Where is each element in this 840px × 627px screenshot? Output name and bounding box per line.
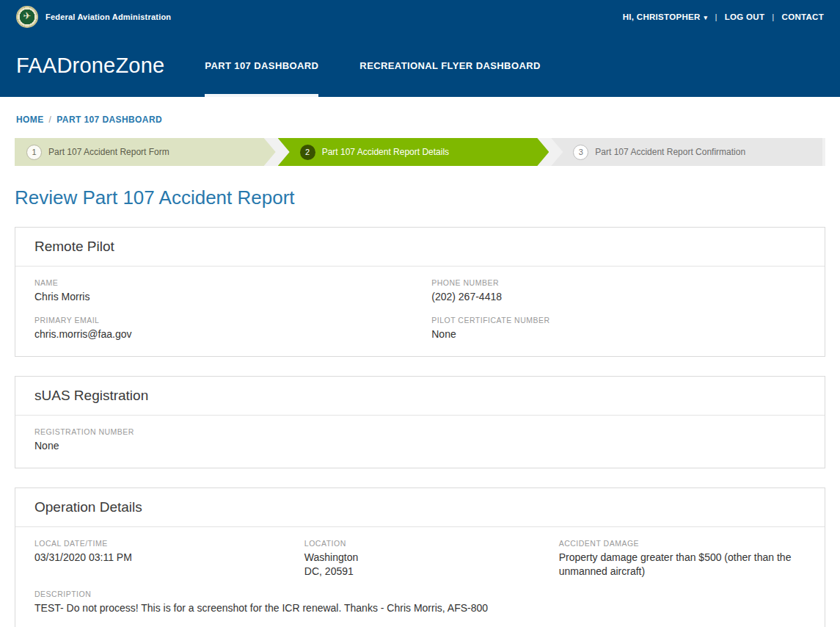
breadcrumb-home-link[interactable]: HOME bbox=[16, 115, 44, 125]
field-value: chris.morris@faa.gov bbox=[34, 327, 431, 341]
field-local-datetime: LOCAL DATE/TIME 03/31/2020 03:11 PM bbox=[34, 539, 304, 579]
field-label: PILOT CERTIFICATE NUMBER bbox=[431, 316, 806, 325]
field-location: LOCATION Washington DC, 20591 bbox=[304, 539, 559, 579]
active-tab-indicator bbox=[205, 94, 318, 97]
divider: | bbox=[772, 12, 774, 21]
field-label: PRIMARY EMAIL bbox=[34, 316, 431, 325]
user-greeting-label: HI, CHRISTOPHER bbox=[623, 12, 701, 21]
stepper-step-confirmation: 3 Part 107 Accident Report Confirmation bbox=[551, 138, 822, 166]
field-value: None bbox=[431, 327, 806, 341]
contact-link[interactable]: CONTACT bbox=[782, 12, 824, 21]
step-label: Part 107 Accident Report Details bbox=[322, 147, 449, 157]
brand-logo-text[interactable]: FAADroneZone bbox=[16, 54, 164, 78]
field-value: 03/31/2020 03:11 PM bbox=[34, 551, 304, 565]
step-number-badge: 2 bbox=[300, 145, 315, 160]
field-registration-number: REGISTRATION NUMBER None bbox=[34, 427, 806, 453]
field-value-line2: DC, 20591 bbox=[304, 565, 559, 579]
brand-bar: FAADroneZone PART 107 DASHBOARD RECREATI… bbox=[0, 34, 840, 97]
tab-part107-dashboard[interactable]: PART 107 DASHBOARD bbox=[205, 34, 318, 97]
step-number-badge: 3 bbox=[573, 145, 588, 160]
tab-label: RECREATIONAL FLYER DASHBOARD bbox=[359, 60, 540, 71]
field-label: REGISTRATION NUMBER bbox=[34, 427, 806, 436]
step-label: Part 107 Accident Report Confirmation bbox=[595, 147, 745, 157]
tab-recreational-flyer-dashboard[interactable]: RECREATIONAL FLYER DASHBOARD bbox=[359, 34, 540, 97]
field-value: TEST- Do not process! This is for a scre… bbox=[34, 601, 806, 615]
suas-registration-card: sUAS Registration REGISTRATION NUMBER No… bbox=[15, 376, 825, 468]
operation-fields-row: LOCAL DATE/TIME 03/31/2020 03:11 PM LOCA… bbox=[34, 539, 806, 579]
agency-name: Federal Aviation Administration bbox=[45, 12, 171, 21]
progress-stepper: 1 Part 107 Accident Report Form 2 Part 1… bbox=[15, 138, 825, 166]
operation-card-body: LOCAL DATE/TIME 03/31/2020 03:11 PM LOCA… bbox=[15, 527, 825, 627]
stepper-step-details-active: 2 Part 107 Accident Report Details bbox=[278, 138, 549, 166]
field-label: NAME bbox=[34, 278, 431, 287]
user-greeting-menu[interactable]: HI, CHRISTOPHER ▾ bbox=[623, 12, 708, 21]
field-value-line1: Washington bbox=[304, 551, 559, 565]
step-label: Part 107 Accident Report Form bbox=[48, 147, 169, 157]
remote-pilot-card-title: Remote Pilot bbox=[15, 228, 825, 267]
field-label: PHONE NUMBER bbox=[431, 278, 806, 287]
operation-details-card: Operation Details LOCAL DATE/TIME 03/31/… bbox=[15, 488, 825, 627]
field-value: Property damage greater than $500 (other… bbox=[559, 551, 806, 579]
field-label: LOCATION bbox=[304, 539, 559, 548]
chevron-down-icon: ▾ bbox=[704, 14, 708, 21]
app-header: Federal Aviation Administration HI, CHRI… bbox=[0, 0, 840, 97]
field-label: LOCAL DATE/TIME bbox=[34, 539, 304, 548]
step-number-badge: 1 bbox=[26, 145, 42, 160]
field-description: DESCRIPTION TEST- Do not process! This i… bbox=[34, 590, 806, 615]
field-label: DESCRIPTION bbox=[34, 590, 806, 598]
field-name: NAME Chris Morris bbox=[34, 278, 431, 304]
top-bar: Federal Aviation Administration HI, CHRI… bbox=[0, 0, 840, 34]
remote-pilot-card: Remote Pilot NAME Chris Morris PHONE NUM… bbox=[15, 227, 825, 357]
field-label: ACCIDENT DAMAGE bbox=[559, 539, 806, 548]
operation-card-title: Operation Details bbox=[15, 488, 825, 527]
logout-link[interactable]: LOG OUT bbox=[725, 12, 765, 21]
suas-card-title: sUAS Registration bbox=[15, 377, 825, 416]
divider: | bbox=[715, 12, 717, 21]
field-primary-email: PRIMARY EMAIL chris.morris@faa.gov bbox=[34, 316, 431, 341]
primary-nav: PART 107 DASHBOARD RECREATIONAL FLYER DA… bbox=[205, 34, 540, 97]
tab-label: PART 107 DASHBOARD bbox=[205, 60, 318, 71]
field-pilot-certificate-number: PILOT CERTIFICATE NUMBER None bbox=[431, 316, 806, 341]
agency-branding: Federal Aviation Administration bbox=[16, 6, 171, 28]
faa-seal-logo bbox=[16, 6, 38, 28]
breadcrumb-current-link[interactable]: PART 107 DASHBOARD bbox=[56, 115, 162, 125]
field-phone-number: PHONE NUMBER (202) 267-4418 bbox=[431, 278, 806, 304]
stepper-step-form: 1 Part 107 Accident Report Form bbox=[15, 138, 276, 166]
remote-pilot-card-body: NAME Chris Morris PHONE NUMBER (202) 267… bbox=[15, 267, 825, 356]
page-title: Review Part 107 Accident Report bbox=[15, 186, 825, 209]
breadcrumb-separator: / bbox=[49, 115, 52, 125]
breadcrumb: HOME / PART 107 DASHBOARD bbox=[16, 115, 824, 125]
suas-card-body: REGISTRATION NUMBER None bbox=[15, 416, 825, 468]
field-value: (202) 267-4418 bbox=[431, 290, 806, 304]
field-accident-damage: ACCIDENT DAMAGE Property damage greater … bbox=[559, 539, 806, 579]
field-value: Chris Morris bbox=[34, 290, 431, 304]
user-menu-bar: HI, CHRISTOPHER ▾ | LOG OUT | CONTACT bbox=[623, 12, 824, 21]
main-content: HOME / PART 107 DASHBOARD 1 Part 107 Acc… bbox=[0, 115, 840, 627]
field-value: None bbox=[34, 439, 806, 453]
